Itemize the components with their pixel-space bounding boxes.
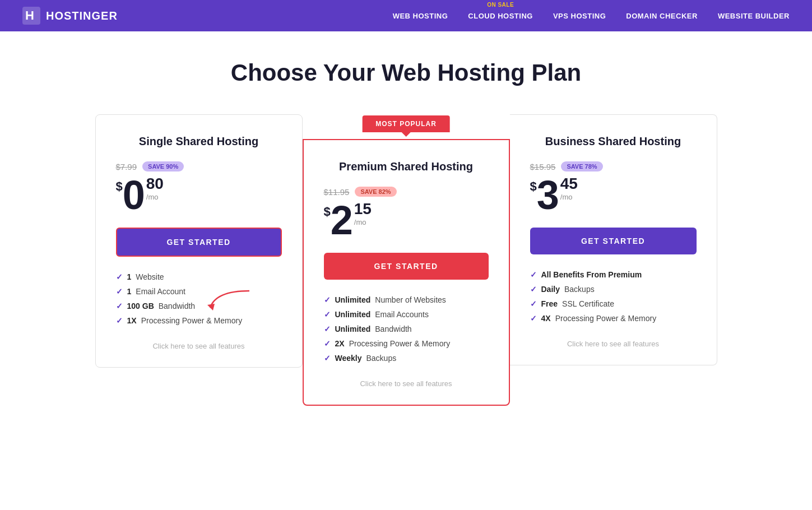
page-title: Choose Your Web Hosting Plan — [45, 59, 767, 86]
original-price: $11.95 — [324, 187, 350, 197]
pricing-row: $11.95SAVE 82% — [324, 187, 489, 197]
feature-bold: 1 — [127, 287, 132, 296]
feature-item: ✓2X Processing Power & Memory — [324, 339, 489, 348]
feature-bold: 1X — [127, 316, 137, 325]
price-per-month: /mo — [560, 193, 578, 201]
feature-item: ✓100 GB Bandwidth — [116, 302, 282, 310]
arrow-icon — [205, 288, 255, 316]
pricing-row: $7.99SAVE 90% — [116, 161, 282, 171]
feature-item: ✓Unlimited Email Accounts — [324, 310, 489, 319]
card-title: Business Shared Hosting — [530, 135, 697, 148]
logo-icon: H — [22, 7, 40, 25]
check-icon: ✓ — [530, 299, 537, 308]
feature-item: ✓Daily Backups — [530, 285, 697, 294]
feature-bold: Daily — [541, 285, 560, 294]
get-started-button-single[interactable]: GET STARTED — [116, 228, 282, 257]
check-icon: ✓ — [116, 316, 123, 325]
price-cents-wrapper: 45/mo — [560, 175, 578, 206]
original-price: $7.99 — [116, 162, 137, 171]
navbar: H HOSTINGER WEB HOSTINGON SALECLOUD HOST… — [0, 0, 812, 31]
nav-item-website-builder[interactable]: WEBSITE BUILDER — [718, 12, 790, 20]
check-icon: ✓ — [324, 310, 331, 319]
check-icon: ✓ — [530, 285, 537, 294]
price-dollar-sign: $ — [116, 179, 123, 194]
features-list: ✓All Benefits From Premium✓Daily Backups… — [530, 270, 697, 323]
save-badge: SAVE 90% — [142, 161, 184, 171]
save-badge: SAVE 78% — [561, 161, 602, 171]
see-all-features[interactable]: Click here to see all features — [324, 374, 489, 388]
pricing-card-business: Business Shared Hosting$15.95SAVE 78%$34… — [510, 114, 717, 365]
nav-label: WEB HOSTING — [393, 12, 448, 20]
feature-bold: 2X — [335, 339, 345, 348]
check-icon: ✓ — [116, 302, 123, 310]
feature-bold: Unlimited — [335, 324, 371, 333]
feature-bold: All Benefits From Premium — [541, 270, 642, 279]
pricing-row: $15.95SAVE 78% — [530, 161, 697, 171]
price-per-month: /mo — [146, 193, 164, 201]
nav-item-cloud-hosting[interactable]: ON SALECLOUD HOSTING — [468, 12, 533, 20]
price-cents: 15 — [354, 200, 372, 218]
get-started-button-business[interactable]: GET STARTED — [530, 228, 697, 254]
check-icon: ✓ — [324, 295, 331, 304]
price-display: $345/mo — [530, 175, 697, 215]
feature-item: ✓Unlimited Bandwidth — [324, 324, 489, 333]
nav-links: WEB HOSTINGON SALECLOUD HOSTINGVPS HOSTI… — [393, 12, 790, 20]
feature-item: ✓Free SSL Certificate — [530, 299, 697, 308]
on-sale-badge: ON SALE — [487, 2, 514, 8]
price-cents: 80 — [146, 175, 164, 193]
card-title: Single Shared Hosting — [116, 135, 282, 148]
check-icon: ✓ — [324, 339, 331, 348]
price-main: 3 — [537, 175, 559, 215]
price-dollar-sign: $ — [324, 205, 331, 219]
price-display: $080/mo — [116, 175, 282, 215]
pricing-card-single: Single Shared Hosting$7.99SAVE 90%$080/m… — [95, 114, 303, 368]
nav-item-vps-hosting[interactable]: VPS HOSTING — [553, 12, 606, 20]
get-started-button-premium[interactable]: GET STARTED — [324, 253, 489, 280]
check-icon: ✓ — [116, 272, 123, 281]
nav-label: WEBSITE BUILDER — [718, 12, 790, 20]
price-dollar-sign: $ — [530, 179, 537, 194]
nav-item-domain-checker[interactable]: DOMAIN CHECKER — [626, 12, 698, 20]
feature-bold: 4X — [541, 314, 551, 323]
nav-label: CLOUD HOSTING — [468, 12, 533, 20]
featured-card-wrapper: MOST POPULARPremium Shared Hosting$11.95… — [303, 114, 510, 406]
price-cents: 45 — [560, 175, 578, 193]
feature-item: ✓1 Email Account — [116, 287, 282, 296]
check-icon: ✓ — [324, 354, 331, 363]
feature-bold: Free — [541, 299, 558, 308]
feature-item: ✓1X Processing Power & Memory — [116, 316, 282, 325]
nav-label: DOMAIN CHECKER — [626, 12, 698, 20]
nav-label: VPS HOSTING — [553, 12, 606, 20]
check-icon: ✓ — [324, 324, 331, 333]
feature-bold: Unlimited — [335, 295, 371, 304]
arrow-indicator — [205, 288, 255, 318]
check-icon: ✓ — [530, 314, 537, 323]
feature-item: ✓Weekly Backups — [324, 354, 489, 363]
price-per-month: /mo — [354, 218, 372, 226]
feature-bold: Weekly — [335, 354, 362, 363]
price-cents-wrapper: 80/mo — [146, 175, 164, 206]
feature-item: ✓4X Processing Power & Memory — [530, 314, 697, 323]
nav-item-web-hosting[interactable]: WEB HOSTING — [393, 12, 448, 20]
card-title: Premium Shared Hosting — [324, 160, 489, 173]
features-list: ✓Unlimited Number of Websites✓Unlimited … — [324, 295, 489, 363]
main-content: Choose Your Web Hosting Plan Single Shar… — [0, 31, 812, 439]
logo[interactable]: H HOSTINGER — [22, 7, 393, 25]
feature-bold: 1 — [127, 272, 132, 281]
features-list: ✓1 Website✓1 Email Account✓100 GB Bandwi… — [116, 272, 282, 325]
price-main: 0 — [123, 175, 145, 215]
feature-item: ✓Unlimited Number of Websites — [324, 295, 489, 304]
pricing-cards: Single Shared Hosting$7.99SAVE 90%$080/m… — [45, 114, 767, 406]
most-popular-badge: MOST POPULAR — [362, 115, 450, 132]
see-all-features[interactable]: Click here to see all features — [530, 334, 697, 348]
pricing-card-premium: MOST POPULARPremium Shared Hosting$11.95… — [303, 139, 510, 406]
svg-marker-2 — [207, 304, 215, 310]
save-badge: SAVE 82% — [355, 187, 396, 197]
svg-text:H: H — [25, 8, 35, 22]
feature-bold: 100 GB — [127, 302, 154, 310]
feature-bold: Unlimited — [335, 310, 371, 319]
check-icon: ✓ — [116, 287, 123, 296]
check-icon: ✓ — [530, 270, 537, 279]
price-main: 2 — [331, 200, 353, 240]
see-all-features[interactable]: Click here to see all features — [116, 336, 282, 350]
